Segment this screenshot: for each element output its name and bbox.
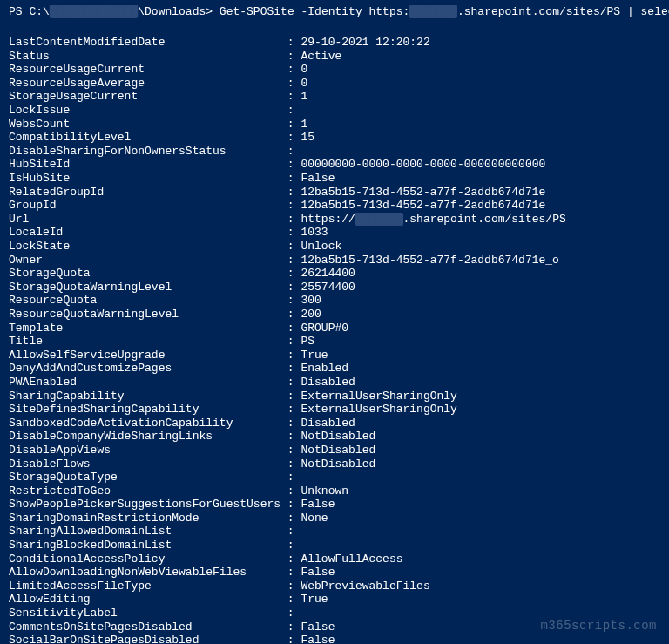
property-row: Template : GROUP#0 bbox=[9, 322, 660, 336]
property-row: AllowDownloadingNonWebViewableFiles : Fa… bbox=[9, 566, 660, 580]
property-key: ConditionalAccessPolicy bbox=[9, 552, 287, 566]
property-row: GroupId : 12ba5b15-713d-4552-a77f-2addb6… bbox=[9, 199, 660, 213]
property-key: ResourceUsageAverage bbox=[9, 77, 287, 90]
property-separator: : bbox=[287, 566, 301, 579]
property-separator: : bbox=[287, 417, 301, 430]
property-value: NotDisabled bbox=[301, 430, 375, 443]
property-row: LimitedAccessFileType : WebPreviewableFi… bbox=[9, 580, 660, 593]
property-value: False bbox=[301, 172, 334, 185]
property-separator: : bbox=[287, 267, 301, 280]
property-key: CompatibilityLevel bbox=[9, 131, 287, 144]
property-separator: : bbox=[287, 145, 301, 158]
property-value: 1 bbox=[301, 90, 307, 103]
property-separator: : bbox=[287, 485, 301, 498]
property-key: DisableCompanyWideSharingLinks bbox=[9, 430, 287, 443]
property-row: DisableSharingForNonOwnersStatus : bbox=[9, 145, 660, 159]
property-separator: : bbox=[287, 593, 301, 606]
property-key: LockIssue bbox=[9, 104, 287, 117]
property-separator: : bbox=[287, 403, 301, 416]
property-separator: : bbox=[287, 539, 301, 552]
property-value: 0 bbox=[301, 77, 307, 90]
property-value: 12ba5b15-713d-4552-a77f-2addb674d71e bbox=[301, 186, 545, 199]
prompt-cmd-post: .sharepoint.com/sites/PS | select * bbox=[457, 5, 669, 18]
property-separator: : bbox=[287, 50, 301, 63]
property-row: StorageQuotaType : bbox=[9, 471, 660, 485]
property-value: NotDisabled bbox=[301, 444, 375, 457]
property-row: Status : Active bbox=[9, 50, 660, 64]
property-value: ExternalUserSharingOnly bbox=[301, 390, 456, 403]
property-value: Unlock bbox=[301, 240, 341, 253]
property-value: Disabled bbox=[301, 417, 355, 430]
property-separator: : bbox=[287, 512, 301, 525]
property-row: AllowEditing : True bbox=[9, 593, 660, 607]
property-row: LockIssue : bbox=[9, 104, 660, 118]
property-separator: : bbox=[287, 90, 301, 103]
property-key: Owner bbox=[9, 254, 287, 267]
property-row: PWAEnabled : Disabled bbox=[9, 376, 660, 390]
property-separator: : bbox=[287, 322, 301, 335]
property-row: Owner : 12ba5b15-713d-4552-a77f-2addb674… bbox=[9, 254, 660, 268]
property-key: SocialBarOnSitePagesDisabled bbox=[9, 634, 287, 644]
property-row: DisableCompanyWideSharingLinks : NotDisa… bbox=[9, 430, 660, 444]
property-row: SocialBarOnSitePagesDisabled : False bbox=[9, 634, 660, 644]
property-value: Disabled bbox=[301, 376, 355, 389]
property-key: ShowPeoplePickerSuggestionsForGuestUsers bbox=[9, 498, 287, 511]
property-key: WebsCount bbox=[9, 118, 287, 131]
property-separator: : bbox=[287, 580, 301, 593]
property-separator: : bbox=[287, 226, 301, 239]
property-key: ResourceQuotaWarningLevel bbox=[9, 308, 287, 321]
property-value: False bbox=[301, 498, 334, 511]
property-separator: : bbox=[287, 458, 301, 471]
property-row: Url : https://██████ .sharepoint.com/sit… bbox=[9, 213, 660, 227]
property-key: Url bbox=[9, 213, 287, 226]
property-key: LocaleId bbox=[9, 226, 287, 239]
property-key: SiteDefinedSharingCapability bbox=[9, 403, 287, 416]
property-value: 1 bbox=[301, 118, 307, 131]
property-key: Status bbox=[9, 50, 287, 63]
property-key: CommentsOnSitePagesDisabled bbox=[9, 620, 287, 634]
property-key: StorageQuotaWarningLevel bbox=[9, 281, 287, 294]
property-row: StorageQuotaWarningLevel : 25574400 bbox=[9, 281, 660, 295]
property-value: ExternalUserSharingOnly bbox=[301, 403, 456, 416]
property-row: ShowPeoplePickerSuggestionsForGuestUsers… bbox=[9, 498, 660, 512]
property-value: https:// bbox=[301, 213, 355, 226]
property-separator: : bbox=[287, 104, 301, 117]
property-value: 26214400 bbox=[301, 267, 355, 280]
property-row: StorageQuota : 26214400 bbox=[9, 267, 660, 281]
property-row: CompatibilityLevel : 15 bbox=[9, 131, 660, 145]
property-value: 15 bbox=[301, 131, 314, 144]
property-row: RelatedGroupId : 12ba5b15-713d-4552-a77f… bbox=[9, 186, 660, 200]
property-row: HubSiteId : 00000000-0000-0000-0000-0000… bbox=[9, 158, 660, 172]
property-key: SharingBlockedDomainList bbox=[9, 539, 287, 552]
property-value: 12ba5b15-713d-4552-a77f-2addb674d71e bbox=[301, 199, 545, 212]
property-row: DisableFlows : NotDisabled bbox=[9, 458, 660, 471]
property-value: 300 bbox=[301, 294, 321, 307]
property-separator: : bbox=[287, 118, 301, 131]
property-key: LimitedAccessFileType bbox=[9, 580, 287, 593]
property-key: AllowEditing bbox=[9, 593, 287, 606]
property-value: WebPreviewableFiles bbox=[301, 580, 429, 593]
prompt-obscured-domain: ███████ bbox=[409, 5, 457, 18]
property-row: SiteDefinedSharingCapability : ExternalU… bbox=[9, 403, 660, 417]
property-value: Active bbox=[301, 50, 341, 63]
property-value: 00000000-0000-0000-0000-000000000000 bbox=[301, 158, 545, 171]
property-value: 1033 bbox=[301, 226, 328, 239]
property-row: SharingBlockedDomainList : bbox=[9, 539, 660, 552]
property-row: LocaleId : 1033 bbox=[9, 226, 660, 240]
property-key: ResourceUsageCurrent bbox=[9, 63, 287, 76]
powershell-terminal[interactable]: PS C:\████████ ████\Downloads> Get-SPOSi… bbox=[0, 0, 669, 644]
property-key: SharingAllowedDomainList bbox=[9, 525, 287, 538]
property-separator: : bbox=[287, 158, 301, 171]
property-key: AllowDownloadingNonWebViewableFiles bbox=[9, 566, 287, 579]
property-row: AllowSelfServiceUpgrade : True bbox=[9, 349, 660, 363]
property-separator: : bbox=[287, 471, 301, 484]
property-key: ResourceQuota bbox=[9, 294, 287, 307]
property-value-post: .sharepoint.com/sites/PS bbox=[403, 213, 566, 226]
property-row: ResourceQuota : 300 bbox=[9, 294, 660, 308]
property-separator: : bbox=[287, 213, 301, 226]
property-key: RestrictedToGeo bbox=[9, 485, 287, 498]
property-key: DisableAppViews bbox=[9, 444, 287, 457]
property-separator: : bbox=[287, 498, 301, 511]
property-separator: : bbox=[287, 63, 301, 76]
property-row: RestrictedToGeo : Unknown bbox=[9, 485, 660, 498]
